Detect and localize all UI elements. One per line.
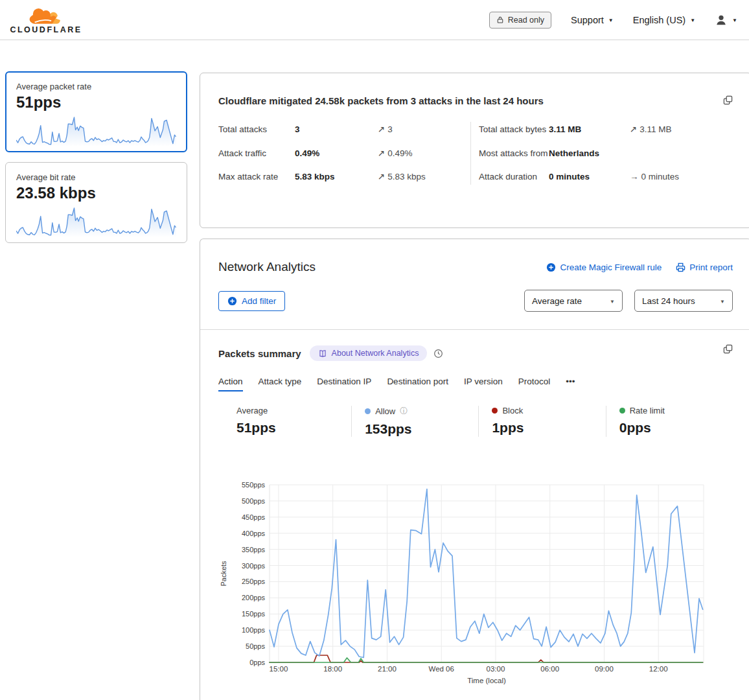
packets-line-chart: 0pps50pps100pps150pps200pps250pps300pps3…	[200, 477, 749, 700]
svg-text:550pps: 550pps	[242, 481, 266, 489]
copy-icon[interactable]	[723, 344, 733, 354]
metric-label: Average bit rate	[16, 172, 176, 182]
series-value: 153pps	[365, 421, 478, 437]
clock-icon	[433, 349, 443, 358]
dimension-tabs: ActionAttack typeDestination IPDestinati…	[218, 377, 733, 391]
svg-text:18:00: 18:00	[323, 665, 342, 673]
svg-text:100pps: 100pps	[242, 626, 266, 634]
trend-up-icon: ↗	[378, 124, 385, 134]
svg-text:Time (local): Time (local)	[467, 677, 506, 684]
chevron-down-icon: ▼	[732, 18, 737, 23]
svg-text:06:00: 06:00	[540, 665, 559, 673]
create-magic-firewall-rule-link[interactable]: Create Magic Firewall rule	[546, 262, 662, 272]
chevron-down-icon: ▼	[610, 299, 615, 305]
lock-icon	[496, 16, 504, 24]
svg-text:500pps: 500pps	[242, 497, 266, 505]
stat-label: Attack duration	[479, 169, 549, 185]
stat-trend: ↗0.49%	[378, 146, 470, 161]
svg-text:150pps: 150pps	[242, 610, 266, 618]
print-report-link[interactable]: Print report	[676, 262, 733, 272]
summary-title: Cloudflare mitigated 24.58k packets from…	[218, 95, 544, 106]
page-title: Network Analytics	[218, 260, 316, 274]
sparkline-chart	[16, 114, 176, 148]
read-only-badge: Read only	[489, 12, 551, 29]
support-menu[interactable]: Support ▼	[571, 15, 614, 25]
series-value: 51pps	[236, 420, 351, 436]
metric-card-average-packet-rate[interactable]: Average packet rate 51pps	[5, 71, 187, 152]
svg-text:450pps: 450pps	[242, 513, 266, 521]
plus-circle-icon	[546, 262, 556, 272]
series-stat-average: Average51pps	[218, 406, 351, 437]
packets-summary-title: Packets summary	[218, 348, 301, 359]
stat-trend: ↗3	[378, 122, 470, 137]
svg-text:300pps: 300pps	[242, 562, 266, 570]
stat-label: Max attack rate	[218, 169, 295, 185]
plus-circle-icon	[227, 296, 237, 306]
metric-value: 23.58 kbps	[16, 184, 176, 202]
chevron-down-icon: ▼	[608, 18, 614, 23]
time-window-icon-button[interactable]	[433, 349, 443, 358]
svg-text:Packets: Packets	[220, 561, 227, 587]
summary-stats-left: Total attacks 3 ↗3 Attack traffic 0.49% …	[218, 122, 470, 185]
stat-value: Netherlands	[549, 146, 630, 161]
svg-text:12:00: 12:00	[649, 665, 668, 673]
add-filter-button[interactable]: Add filter	[218, 291, 285, 311]
copy-icon[interactable]	[723, 95, 733, 105]
stat-trend: ↗3.11 MB	[630, 122, 733, 137]
svg-text:03:00: 03:00	[487, 665, 505, 673]
svg-text:400pps: 400pps	[242, 530, 266, 537]
svg-text:0pps: 0pps	[249, 659, 265, 666]
series-label: Average	[236, 406, 268, 415]
series-label: Allow	[375, 406, 395, 416]
trend-up-icon: ↗	[378, 172, 385, 181]
series-color-dot	[619, 408, 625, 414]
svg-text:09:00: 09:00	[595, 665, 614, 673]
sparkline-chart	[16, 205, 176, 239]
stat-label: Attack traffic	[218, 146, 295, 161]
metric-select[interactable]: Average rate ▼	[524, 290, 623, 312]
language-label: English (US)	[633, 15, 686, 25]
arrow-right-icon: →	[630, 172, 639, 181]
book-icon	[318, 349, 327, 358]
cloudflare-logo[interactable]: CLOUDFLARE	[10, 6, 82, 34]
metric-card-average-bit-rate[interactable]: Average bit rate 23.58 kbps	[5, 162, 187, 243]
series-value: 0pps	[619, 420, 733, 436]
about-network-analytics-pill[interactable]: About Network Analytics	[310, 345, 428, 361]
chevron-down-icon: ▼	[690, 18, 695, 23]
tab-destination-port[interactable]: Destination port	[387, 377, 448, 391]
user-icon	[715, 14, 728, 27]
cloudflare-cloud-icon	[25, 6, 67, 25]
tab-attack-type[interactable]: Attack type	[259, 377, 302, 391]
svg-text:350pps: 350pps	[242, 546, 266, 554]
stat-label: Most attacks from	[479, 146, 549, 161]
svg-text:250pps: 250pps	[242, 578, 266, 585]
metric-select-value: Average rate	[532, 296, 582, 306]
tab-action[interactable]: Action	[218, 377, 243, 391]
language-menu[interactable]: English (US) ▼	[633, 15, 695, 25]
account-menu[interactable]: ▼	[715, 14, 737, 27]
stat-value: 0 minutes	[549, 169, 630, 185]
stat-trend	[630, 146, 733, 161]
tab-more[interactable]: •••	[566, 377, 575, 391]
tab-protocol[interactable]: Protocol	[518, 377, 551, 391]
metric-label: Average packet rate	[16, 82, 176, 91]
info-icon[interactable]: ⓘ	[400, 406, 408, 417]
series-color-dot	[365, 408, 371, 414]
svg-text:200pps: 200pps	[242, 594, 266, 601]
metric-card-list: Average packet rate 51pps Average bit ra…	[5, 71, 187, 253]
trend-up-icon: ↗	[630, 124, 637, 134]
svg-text:15:00: 15:00	[270, 665, 288, 673]
cloudflare-wordmark: CLOUDFLARE	[10, 25, 82, 34]
series-stat-block: Block1pps	[478, 406, 605, 437]
time-range-select[interactable]: Last 24 hours ▼	[634, 290, 733, 312]
attack-summary-card: Cloudflare mitigated 24.58k packets from…	[200, 73, 749, 228]
tab-ip-version[interactable]: IP version	[464, 377, 503, 391]
stat-value: 0.49%	[295, 146, 378, 161]
stat-trend: →0 minutes	[630, 169, 733, 185]
tab-destination-ip[interactable]: Destination IP	[317, 377, 371, 391]
series-label: Block	[502, 406, 523, 415]
stat-label: Total attack bytes	[479, 122, 549, 137]
svg-text:50pps: 50pps	[246, 642, 265, 650]
printer-icon	[676, 262, 686, 272]
stat-value: 5.83 kbps	[295, 169, 378, 185]
